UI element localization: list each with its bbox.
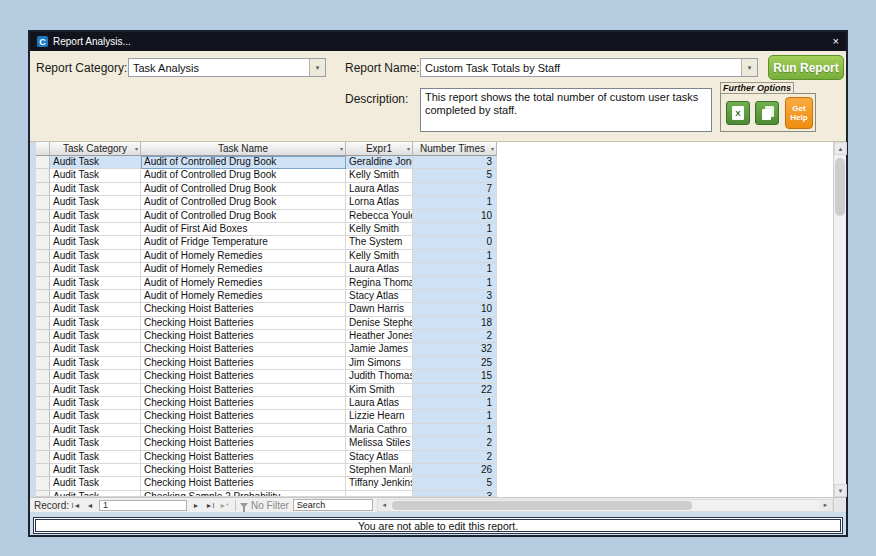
horizontal-scrollbar-thumb[interactable]: [392, 501, 692, 510]
table-cell[interactable]: 1: [413, 277, 497, 290]
column-header-expr1[interactable]: Expr1 ▾: [346, 142, 413, 156]
table-cell[interactable]: Audit of Homely Remedies: [141, 263, 346, 276]
select-all-corner[interactable]: [36, 142, 50, 156]
table-cell[interactable]: Audit of Homely Remedies: [141, 290, 346, 303]
table-cell[interactable]: 1: [413, 250, 497, 263]
table-cell[interactable]: Stacy Atlas: [346, 290, 413, 303]
row-selector[interactable]: [36, 370, 50, 383]
table-cell[interactable]: Denise Stephe: [346, 317, 413, 330]
table-cell[interactable]: Audit Task: [50, 196, 141, 209]
table-cell[interactable]: Heather Jones: [346, 330, 413, 343]
table-cell[interactable]: Kelly Smith: [346, 223, 413, 236]
row-selector[interactable]: [36, 290, 50, 303]
vertical-scrollbar-thumb[interactable]: [835, 158, 845, 216]
table-cell[interactable]: 25: [413, 357, 497, 370]
table-cell[interactable]: 5: [413, 477, 497, 490]
table-cell[interactable]: Audit Task: [50, 317, 141, 330]
table-cell[interactable]: 1: [413, 223, 497, 236]
current-record-field[interactable]: 1: [99, 500, 187, 511]
table-cell[interactable]: 3: [413, 290, 497, 303]
table-cell[interactable]: Audit Task: [50, 410, 141, 423]
table-cell[interactable]: Audit Task: [50, 183, 141, 196]
table-cell[interactable]: 5: [413, 169, 497, 182]
row-selector[interactable]: [36, 236, 50, 249]
scroll-down-icon[interactable]: ▼: [834, 484, 847, 497]
row-selector[interactable]: [36, 451, 50, 464]
table-cell[interactable]: Checking Hoist Batteries: [141, 451, 346, 464]
column-dropdown-icon[interactable]: ▾: [407, 145, 410, 152]
table-cell[interactable]: Dawn Harris: [346, 303, 413, 316]
table-cell[interactable]: Lorna Atlas: [346, 196, 413, 209]
table-cell[interactable]: Judith Thomas: [346, 370, 413, 383]
table-cell[interactable]: Jim Simons: [346, 357, 413, 370]
table-cell[interactable]: Jamie James: [346, 343, 413, 356]
table-cell[interactable]: Laura Atlas: [346, 397, 413, 410]
row-selector[interactable]: [36, 169, 50, 182]
table-cell[interactable]: Melissa Stiles: [346, 437, 413, 450]
table-cell[interactable]: Audit Task: [50, 277, 141, 290]
table-cell[interactable]: Checking Hoist Batteries: [141, 317, 346, 330]
get-help-button[interactable]: Get Help: [785, 97, 813, 129]
table-cell[interactable]: Audit Task: [50, 397, 141, 410]
table-cell[interactable]: Checking Hoist Batteries: [141, 437, 346, 450]
table-cell[interactable]: Rebecca Youle: [346, 210, 413, 223]
table-cell[interactable]: Audit Task: [50, 357, 141, 370]
table-cell[interactable]: 10: [413, 303, 497, 316]
table-cell[interactable]: 2: [413, 330, 497, 343]
description-field[interactable]: This report shows the total number of cu…: [420, 88, 712, 132]
table-cell[interactable]: 15: [413, 370, 497, 383]
previous-record-button[interactable]: ◄: [83, 502, 97, 509]
table-cell[interactable]: 7: [413, 183, 497, 196]
table-cell[interactable]: Checking Hoist Batteries: [141, 397, 346, 410]
report-name-dropdown[interactable]: Custom Task Totals by Staff ▾: [420, 58, 758, 77]
row-selector[interactable]: [36, 397, 50, 410]
table-cell[interactable]: 18: [413, 317, 497, 330]
table-cell[interactable]: Checking Hoist Batteries: [141, 384, 346, 397]
table-cell[interactable]: 1: [413, 424, 497, 437]
table-cell[interactable]: 32: [413, 343, 497, 356]
table-cell[interactable]: Maria Cathro: [346, 424, 413, 437]
table-cell[interactable]: Audit Task: [50, 451, 141, 464]
row-selector[interactable]: [36, 384, 50, 397]
column-header-task-category[interactable]: Task Category ▾: [50, 142, 141, 156]
table-cell[interactable]: Stephen Manle: [346, 464, 413, 477]
table-cell[interactable]: Audit Task: [50, 384, 141, 397]
scroll-left-icon[interactable]: ◄: [378, 500, 391, 511]
table-cell[interactable]: Kelly Smith: [346, 250, 413, 263]
table-cell[interactable]: Audit Task: [50, 156, 141, 169]
table-cell[interactable]: Laura Atlas: [346, 263, 413, 276]
row-selector[interactable]: [36, 277, 50, 290]
table-cell[interactable]: 2: [413, 451, 497, 464]
table-cell[interactable]: 10: [413, 210, 497, 223]
row-selector[interactable]: [36, 477, 50, 490]
table-cell[interactable]: Audit Task: [50, 343, 141, 356]
table-cell[interactable]: Tiffany Jenkins: [346, 477, 413, 490]
row-selector[interactable]: [36, 437, 50, 450]
table-cell[interactable]: 3: [413, 156, 497, 169]
table-cell[interactable]: Audit Task: [50, 370, 141, 383]
table-cell[interactable]: 1: [413, 263, 497, 276]
row-selector[interactable]: [36, 196, 50, 209]
export-data-button[interactable]: [755, 101, 779, 125]
table-cell[interactable]: Audit of Homely Remedies: [141, 277, 346, 290]
chevron-down-icon[interactable]: ▾: [309, 59, 325, 76]
table-cell[interactable]: 0: [413, 236, 497, 249]
table-cell[interactable]: Audit Task: [50, 477, 141, 490]
last-record-button[interactable]: ►I: [203, 502, 217, 509]
table-cell[interactable]: Audit of Fridge Temperature: [141, 236, 346, 249]
scroll-right-icon[interactable]: ►: [819, 500, 832, 511]
table-cell[interactable]: Audit Task: [50, 223, 141, 236]
chevron-down-icon[interactable]: ▾: [741, 59, 757, 76]
column-dropdown-icon[interactable]: ▾: [135, 145, 138, 152]
close-icon[interactable]: ×: [833, 36, 839, 47]
row-selector[interactable]: [36, 303, 50, 316]
row-selector[interactable]: [36, 250, 50, 263]
table-cell[interactable]: Regina Thomas: [346, 277, 413, 290]
table-cell[interactable]: Audit Task: [50, 236, 141, 249]
no-filter-toggle[interactable]: No Filter: [251, 500, 289, 511]
table-cell[interactable]: Audit Task: [50, 464, 141, 477]
scroll-up-icon[interactable]: ▲: [834, 142, 847, 155]
row-selector[interactable]: [36, 491, 50, 497]
new-record-button[interactable]: ►*: [217, 502, 231, 509]
table-cell[interactable]: Kim Smith: [346, 384, 413, 397]
